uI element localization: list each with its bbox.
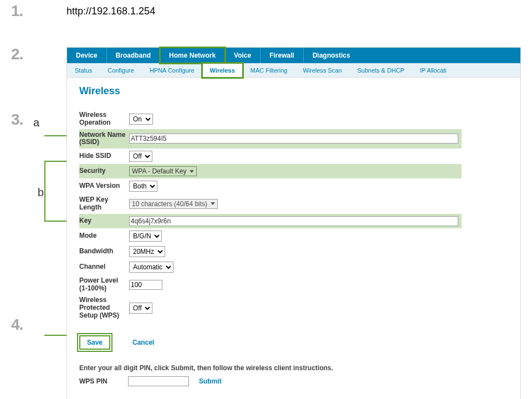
tab-home-network[interactable]: Home Network [160, 48, 225, 63]
label-key: Key [79, 214, 129, 228]
step-3: 3. [11, 111, 23, 129]
url-text: http://192.168.1.254 [66, 6, 155, 17]
subtab-ipalloc[interactable]: IP Allocati [412, 63, 454, 78]
save-button[interactable]: Save [79, 335, 110, 350]
subtab-macfilter[interactable]: MAC Filtering [243, 63, 295, 78]
subtab-status[interactable]: Status [67, 63, 100, 78]
tab-broadband[interactable]: Broadband [107, 48, 160, 63]
input-power[interactable] [129, 280, 162, 290]
subtab-configure[interactable]: Configure [100, 63, 142, 78]
label-hide: Hide SSID [79, 149, 129, 164]
pin-instructions: Enter your all digit PIN, click Submit, … [79, 364, 508, 372]
select-wpav[interactable]: Both [129, 181, 157, 192]
input-key[interactable] [129, 216, 458, 226]
select-mode[interactable]: B/G/N [129, 231, 162, 242]
select-wep[interactable]: 10 characters (40/64 bits) [129, 199, 218, 209]
router-panel: Device Broadband Home Network Voice Fire… [66, 47, 521, 399]
input-wps-pin[interactable] [128, 376, 189, 386]
bracket-b-vert [44, 161, 45, 222]
step-a: a [33, 116, 39, 129]
label-bw: Bandwidth [79, 244, 129, 259]
label-wpav: WPA Version [79, 178, 129, 194]
label-channel: Channel [79, 259, 129, 275]
select-channel[interactable]: Automatic [129, 262, 173, 273]
chevron-down-icon [211, 202, 215, 205]
step-b: b [38, 186, 44, 199]
label-wps-pin: WPS PIN [79, 377, 118, 385]
select-hide[interactable]: Off [129, 151, 152, 162]
tab-firewall[interactable]: Firewall [260, 48, 304, 63]
select-security[interactable]: WPA - Default Key [129, 166, 197, 176]
subtab-subnets[interactable]: Subnets & DHCP [350, 63, 412, 78]
tab-voice[interactable]: Voice [225, 48, 260, 63]
step-2: 2. [11, 45, 23, 63]
label-op: Wireless Operation [79, 109, 129, 129]
input-ssid[interactable] [129, 134, 458, 144]
tab-diagnostics[interactable]: Diagnostics [304, 48, 359, 63]
step-4: 4. [11, 316, 23, 334]
select-bw[interactable]: 20MHz [129, 246, 165, 257]
sub-tabs: Status Configure HPNA Configure Wireless… [67, 63, 520, 78]
chevron-down-icon [190, 170, 194, 173]
submit-link[interactable]: Submit [199, 377, 222, 385]
label-ssid: Network Name (SSID) [79, 129, 129, 149]
wireless-form: Wireless Operation On Network Name (SSID… [79, 109, 462, 322]
step-1: 1. [11, 2, 23, 20]
label-wps: Wireless Protected Setup (WPS) [79, 294, 129, 321]
cancel-link[interactable]: Cancel [132, 339, 154, 346]
subtab-wscan[interactable]: Wireless Scan [295, 63, 349, 78]
label-mode: Mode [79, 228, 129, 244]
main-tabs: Device Broadband Home Network Voice Fire… [67, 48, 520, 63]
subtab-wireless[interactable]: Wireless [202, 63, 243, 78]
select-op[interactable]: On [129, 114, 153, 125]
subtab-hpna[interactable]: HPNA Configure [142, 63, 202, 78]
label-power: Power Level (1-100%) [79, 275, 129, 295]
select-wps[interactable]: Off [129, 303, 152, 314]
label-security: Security [79, 164, 129, 178]
content-area: Wireless Wireless Operation On Network N… [67, 78, 520, 399]
page-title: Wireless [79, 85, 508, 97]
label-wep: WEP Key Length [79, 194, 129, 214]
tab-device[interactable]: Device [67, 48, 107, 63]
